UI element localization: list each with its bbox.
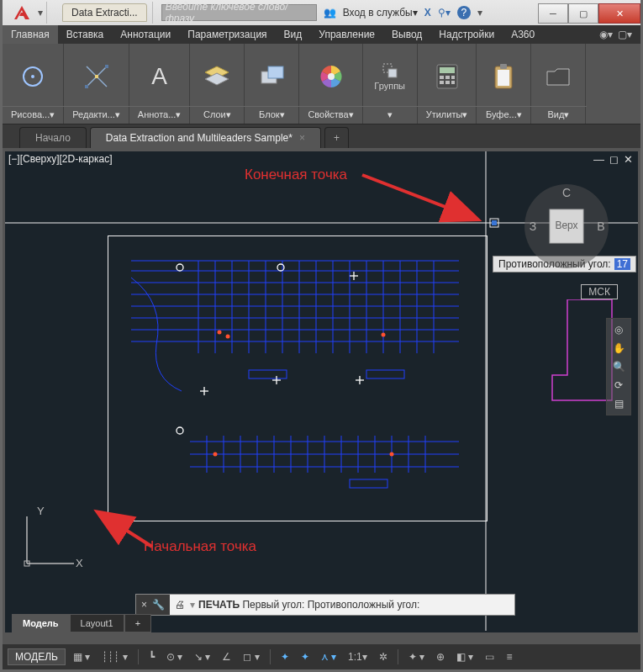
menu-a360[interactable]: A360: [503, 25, 543, 44]
menu-insert[interactable]: Вставка: [58, 25, 113, 44]
block-button[interactable]: [248, 51, 295, 102]
panel-view-label[interactable]: Вид▾: [530, 106, 587, 122]
annotation-scale[interactable]: 1:1 ▾: [344, 648, 372, 665]
workspace-switching[interactable]: ✦ ▾: [404, 648, 429, 665]
add-layout-tab[interactable]: +: [124, 614, 151, 632]
folder-icon: [545, 63, 572, 90]
menu-home[interactable]: Главная: [3, 25, 58, 44]
featured-apps-icon[interactable]: ◉▾: [599, 29, 613, 40]
isodraft-toggle[interactable]: ↘ ▾: [190, 648, 214, 665]
exchange-icon[interactable]: X: [424, 7, 431, 19]
move-icon: [83, 63, 110, 90]
snap-toggle[interactable]: ┊┊┊ ▾: [98, 648, 131, 665]
block-icon: [258, 63, 285, 90]
svg-rect-19: [440, 81, 444, 84]
panel-view: Вид▾: [531, 44, 586, 124]
osnap-toggle[interactable]: ∠: [218, 648, 235, 665]
modify-move-button[interactable]: [73, 51, 120, 102]
ribbon-minimize-icon[interactable]: ▢▾: [618, 29, 632, 40]
panel-utilities-label[interactable]: Утилиты▾: [416, 106, 478, 122]
menu-addins[interactable]: Надстройки: [430, 25, 503, 44]
close-tab-icon[interactable]: ×: [299, 132, 305, 144]
viewcube[interactable]: Верх С В З: [520, 180, 613, 273]
clean-screen-toggle[interactable]: ▭: [481, 648, 498, 665]
showmotion-icon[interactable]: ▤: [614, 398, 624, 410]
quick-access-toolbar: Data Extracti...: [46, 2, 153, 24]
drawing-canvas[interactable]: [−][Сверху][2D-каркас] — ◻ ✕: [5, 151, 638, 632]
pan-icon[interactable]: ✋: [613, 342, 625, 354]
cmd-close-icon[interactable]: ×: [141, 599, 147, 611]
document-title-tab[interactable]: Data Extracti...: [62, 3, 147, 22]
letter-a-icon: A: [146, 63, 173, 90]
ucs-icon: Y X: [17, 506, 84, 574]
properties-button[interactable]: [308, 51, 355, 102]
login-link[interactable]: Вход в службы ▾: [343, 7, 418, 19]
orbit-icon[interactable]: ⟳: [614, 379, 623, 391]
help-icon[interactable]: ?: [457, 6, 471, 19]
minimize-button[interactable]: ─: [538, 3, 568, 24]
hardware-accel-toggle[interactable]: ⊕: [432, 648, 449, 665]
svg-point-86: [213, 452, 218, 457]
view-button[interactable]: [535, 51, 582, 102]
svg-point-1: [31, 75, 34, 78]
start-tab[interactable]: Начало: [19, 127, 87, 148]
panel-clipboard-label[interactable]: Буфе...▾: [475, 106, 532, 122]
polar-toggle[interactable]: ⊙ ▾: [162, 648, 187, 665]
customization-button[interactable]: ≡: [502, 648, 516, 665]
cmd-config-icon[interactable]: 🔧: [152, 599, 165, 611]
panel-block: Блок▾: [245, 44, 299, 124]
menu-manage[interactable]: Управление: [310, 25, 383, 44]
svg-rect-23: [498, 70, 509, 86]
titlebar: ▾ Data Extracti... Введите ключевое слов…: [3, 0, 640, 25]
grid-toggle[interactable]: ▦ ▾: [69, 648, 94, 665]
transparency-toggle[interactable]: ✦: [297, 648, 314, 665]
panel-block-label[interactable]: Блок▾: [243, 106, 300, 122]
otrack-toggle[interactable]: ◻ ▾: [239, 648, 263, 665]
panel-modify-label[interactable]: Редакти...▾: [62, 106, 130, 122]
svg-rect-4: [85, 85, 88, 88]
status-model[interactable]: МОДЕЛЬ: [8, 648, 66, 665]
lineweight-toggle[interactable]: ✦: [277, 648, 293, 665]
svg-rect-70: [366, 370, 404, 378]
new-tab-button[interactable]: +: [324, 127, 349, 148]
annotation-visibility-toggle[interactable]: ✲: [375, 648, 392, 665]
zoom-extents-icon[interactable]: 🔍: [613, 361, 625, 373]
layout1-tab[interactable]: Layout1: [70, 614, 124, 632]
svg-rect-69: [249, 370, 287, 378]
tooltip-value: 17: [614, 258, 630, 270]
panel-groups-expand[interactable]: ▾: [361, 106, 419, 122]
isolate-objects[interactable]: ◧ ▾: [452, 648, 477, 665]
command-line[interactable]: × 🔧 🖨 ▾ ПЕЧАТЬ Первый угол: Противополож…: [135, 594, 515, 616]
close-button[interactable]: ✕: [598, 3, 640, 24]
document-tab[interactable]: Data Extraction and Multileaders Sample*…: [90, 127, 321, 148]
selection-cycling-toggle[interactable]: ⋏ ▾: [317, 648, 340, 665]
steering-wheel-icon[interactable]: ◎: [614, 324, 623, 336]
ortho-toggle[interactable]: ┗: [145, 648, 159, 665]
group-icon[interactable]: [382, 62, 398, 79]
panel-properties-label[interactable]: Свойства▾: [298, 106, 363, 122]
app-logo[interactable]: [8, 2, 36, 24]
share-icon[interactable]: ⚲▾: [438, 7, 451, 19]
panel-layers-label[interactable]: Слои▾: [188, 106, 245, 122]
clipboard-button[interactable]: [480, 51, 527, 102]
model-tab[interactable]: Модель: [12, 614, 70, 632]
qat-dropdown-icon[interactable]: ▾: [38, 7, 43, 19]
menu-output[interactable]: Вывод: [383, 25, 430, 44]
text-button[interactable]: A: [136, 51, 183, 102]
panel-draw-label[interactable]: Рисова...▾: [1, 106, 65, 122]
menu-parametric[interactable]: Параметризация: [179, 25, 275, 44]
svg-text:В: В: [597, 220, 604, 233]
panel-annotation-label[interactable]: Аннота...▾: [128, 106, 192, 122]
cmd-prompt: Первый угол: Противоположный угол:: [242, 599, 419, 611]
search-input[interactable]: Введите ключевое слово/фразу: [161, 4, 317, 21]
layers-button[interactable]: [193, 51, 240, 102]
svg-marker-8: [205, 73, 229, 85]
menu-view[interactable]: Вид: [276, 25, 311, 44]
coordinate-system-label[interactable]: МСК: [581, 284, 618, 299]
maximize-button[interactable]: ▢: [568, 3, 598, 24]
menu-annotate[interactable]: Аннотации: [112, 25, 179, 44]
people-icon[interactable]: 👥: [324, 7, 336, 19]
svg-line-88: [362, 175, 476, 219]
draw-circle-button[interactable]: [9, 51, 56, 102]
utilities-button[interactable]: [424, 51, 471, 102]
